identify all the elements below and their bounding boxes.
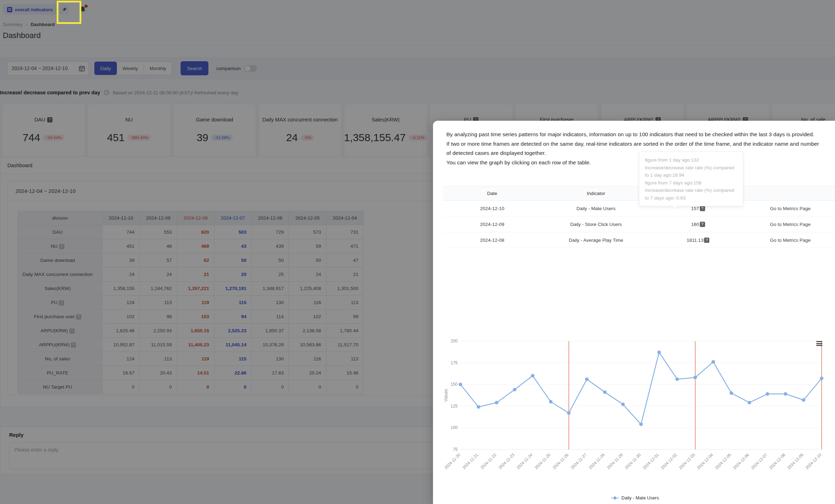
anomaly-value: 160? bbox=[691, 222, 705, 227]
modal-description-line: By analyzing past time series patterns f… bbox=[446, 130, 822, 139]
svg-text:2024-11-27: 2024-11-27 bbox=[570, 453, 587, 470]
svg-text:2024-12-01: 2024-12-01 bbox=[642, 453, 660, 470]
anomaly-indicator-cell: Daily - Mate Users bbox=[541, 201, 651, 216]
tooltip-line: Increase/decrease rate rate (%) compared… bbox=[645, 187, 737, 202]
annotation-highlight-box bbox=[57, 1, 81, 24]
svg-text:2024-12-02: 2024-12-02 bbox=[660, 453, 678, 470]
svg-text:2024-11-24: 2024-11-24 bbox=[516, 453, 533, 470]
anomaly-link-cell: Go to Metrics Page bbox=[746, 232, 835, 248]
svg-text:2024-12-03: 2024-12-03 bbox=[678, 453, 696, 470]
anomaly-link-cell: Go to Metrics Page bbox=[746, 201, 835, 216]
svg-text:75: 75 bbox=[453, 447, 458, 452]
go-to-metrics-link[interactable]: Go to Metrics Page bbox=[770, 206, 811, 211]
svg-text:2024-11-25: 2024-11-25 bbox=[534, 453, 551, 470]
svg-text:2024-11-20: 2024-11-20 bbox=[444, 453, 461, 470]
chart-menu-icon[interactable] bbox=[816, 341, 822, 347]
go-to-metrics-link[interactable]: Go to Metrics Page bbox=[770, 238, 811, 243]
svg-text:2024-11-29: 2024-11-29 bbox=[606, 453, 623, 470]
svg-text:2024-11-21: 2024-11-21 bbox=[462, 453, 479, 470]
line-chart: 75100125150175200Values2024-11-202024-11… bbox=[443, 335, 827, 500]
go-to-metrics-link[interactable]: Go to Metrics Page bbox=[770, 222, 811, 227]
anomaly-table-row[interactable]: 2024-12-09Daily - Store Click Users160?G… bbox=[443, 216, 835, 232]
svg-text:100: 100 bbox=[451, 425, 458, 430]
anomaly-indicator-cell: Daily - Store Click Users bbox=[541, 216, 651, 232]
svg-text:2024-12-04: 2024-12-04 bbox=[696, 453, 714, 471]
help-question-icon[interactable]: ? bbox=[704, 238, 709, 243]
svg-text:2024-11-22: 2024-11-22 bbox=[480, 453, 497, 470]
help-question-icon[interactable]: ? bbox=[700, 206, 705, 211]
help-question-icon[interactable]: ? bbox=[700, 222, 705, 227]
anomaly-detection-modal: By analyzing past time series patterns f… bbox=[433, 121, 835, 504]
svg-text:Values: Values bbox=[444, 389, 448, 402]
svg-text:2024-12-09: 2024-12-09 bbox=[786, 453, 804, 470]
anomaly-table-col-header: Date bbox=[443, 187, 541, 201]
svg-text:2024-12-07: 2024-12-07 bbox=[750, 453, 768, 470]
anomaly-value-text: 160 bbox=[691, 222, 699, 227]
anomaly-date-cell: 2024-12-09 bbox=[443, 216, 541, 232]
anomaly-value: 1811.13? bbox=[687, 238, 710, 243]
tooltip-line: figure from 7 days ago:158 bbox=[645, 179, 737, 187]
modal-description-line: If two or more time frames are detected … bbox=[446, 139, 822, 158]
chart-legend[interactable]: Daily - Mate Users bbox=[443, 495, 827, 500]
legend-series-label: Daily - Mate Users bbox=[621, 495, 659, 500]
anomaly-link-cell: Go to Metrics Page bbox=[746, 216, 835, 232]
tooltip-line: Increase/decrease rate rate (%) compared… bbox=[645, 164, 737, 179]
anomaly-table-col-header bbox=[746, 187, 835, 201]
svg-text:2024-11-23: 2024-11-23 bbox=[498, 453, 515, 470]
anomaly-value: 157? bbox=[691, 206, 705, 211]
legend-marker-icon bbox=[611, 496, 619, 500]
value-tooltip: figure from 1 day ago:132Increase/decrea… bbox=[639, 152, 743, 206]
anomaly-date-cell: 2024-12-10 bbox=[443, 201, 541, 216]
anomaly-indicator-cell: Daily - Average Play Time bbox=[541, 232, 651, 248]
svg-text:150: 150 bbox=[451, 382, 458, 387]
tooltip-line: figure from 1 day ago:132 bbox=[645, 156, 737, 164]
anomaly-date-cell: 2024-12-08 bbox=[443, 232, 541, 248]
page-root: overall indicators Summary › Dashboard D… bbox=[0, 0, 835, 504]
svg-text:2024-12-05: 2024-12-05 bbox=[714, 453, 732, 470]
chart-canvas[interactable]: 75100125150175200Values2024-11-202024-11… bbox=[443, 335, 827, 492]
svg-text:2024-12-10: 2024-12-10 bbox=[804, 453, 822, 470]
svg-text:2024-12-08: 2024-12-08 bbox=[768, 453, 786, 470]
svg-text:2024-11-30: 2024-11-30 bbox=[624, 453, 641, 470]
anomaly-value-cell: 1811.13? bbox=[651, 232, 746, 248]
anomaly-value-text: 1811.13 bbox=[687, 238, 704, 243]
svg-text:2024-11-26: 2024-11-26 bbox=[552, 453, 569, 470]
anomaly-value-cell: 160? bbox=[651, 216, 746, 232]
svg-text:2024-11-28: 2024-11-28 bbox=[588, 453, 605, 470]
svg-text:175: 175 bbox=[451, 360, 458, 365]
svg-text:125: 125 bbox=[451, 404, 458, 409]
modal-description: By analyzing past time series patterns f… bbox=[446, 130, 822, 167]
svg-text:2024-12-06: 2024-12-06 bbox=[732, 453, 750, 470]
modal-description-line: You can view the graph by clicking on ea… bbox=[446, 158, 822, 168]
anomaly-table-row[interactable]: 2024-12-08Daily - Average Play Time1811.… bbox=[443, 232, 835, 248]
anomaly-value-text: 157 bbox=[691, 206, 699, 211]
anomaly-table-col-header: Indicator bbox=[541, 187, 651, 201]
svg-text:200: 200 bbox=[451, 339, 458, 344]
